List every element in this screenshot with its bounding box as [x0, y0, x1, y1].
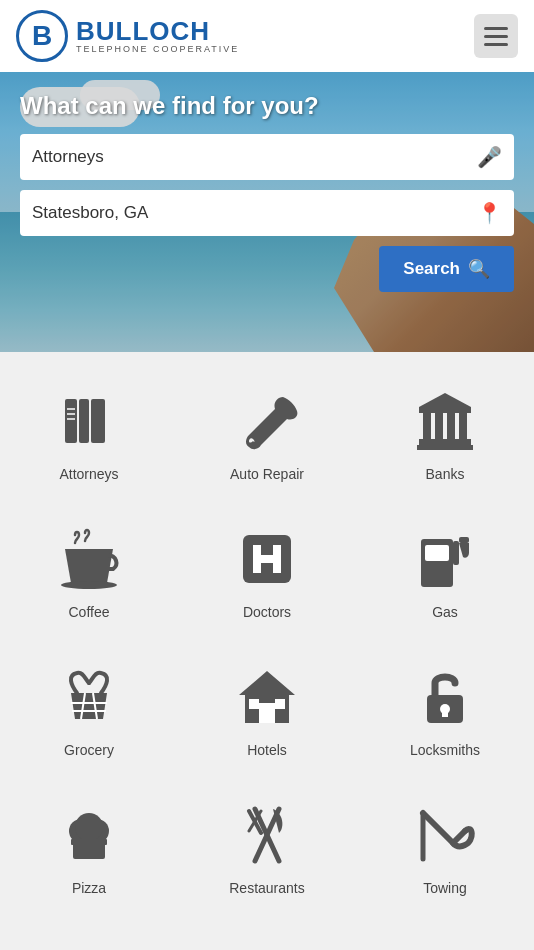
- menu-button[interactable]: [474, 14, 518, 58]
- svg-rect-0: [65, 399, 77, 443]
- svg-marker-6: [419, 393, 471, 407]
- logo-text: BULLOCH TELEPHONE COOPERATIVE: [76, 18, 239, 54]
- towing-icon: [413, 800, 477, 870]
- hero-section: What can we find for you? 🎤 📍 Search 🔍: [0, 72, 534, 352]
- svg-rect-20: [425, 545, 449, 561]
- pizza-icon: [57, 800, 121, 870]
- category-coffee[interactable]: Coffee: [0, 500, 178, 638]
- search-keyword-field[interactable]: 🎤: [20, 134, 514, 180]
- logo-name: BULLOCH: [76, 18, 239, 44]
- location-pin-icon[interactable]: 📍: [477, 201, 502, 225]
- auto-repair-label: Auto Repair: [230, 466, 304, 482]
- logo-letter: B: [32, 20, 52, 52]
- svg-rect-38: [71, 839, 107, 845]
- search-location-field[interactable]: 📍: [20, 190, 514, 236]
- categories-section: Attorneys Auto Repair: [0, 352, 534, 924]
- category-grocery[interactable]: Grocery: [0, 638, 178, 776]
- search-keyword-input[interactable]: [32, 147, 477, 167]
- svg-rect-18: [253, 555, 281, 563]
- grocery-label: Grocery: [64, 742, 114, 758]
- category-hotels[interactable]: Hotels: [178, 638, 356, 776]
- svg-rect-28: [259, 703, 275, 723]
- attorneys-icon: [57, 386, 121, 456]
- svg-point-14: [61, 581, 117, 589]
- svg-rect-29: [249, 699, 259, 709]
- svg-rect-13: [417, 445, 473, 450]
- category-pizza[interactable]: Pizza: [0, 776, 178, 914]
- restaurants-label: Restaurants: [229, 880, 304, 896]
- logo-subtitle: TELEPHONE COOPERATIVE: [76, 44, 239, 54]
- gas-label: Gas: [432, 604, 458, 620]
- hotels-icon: [235, 662, 299, 732]
- logo: B BULLOCH TELEPHONE COOPERATIVE: [16, 10, 239, 62]
- hero-title: What can we find for you?: [20, 92, 514, 120]
- coffee-label: Coffee: [69, 604, 110, 620]
- app-header: B BULLOCH TELEPHONE COOPERATIVE: [0, 0, 534, 72]
- svg-rect-2: [91, 399, 105, 443]
- locksmiths-icon: [413, 662, 477, 732]
- restaurants-icon: [235, 800, 299, 870]
- towing-label: Towing: [423, 880, 467, 896]
- category-restaurants[interactable]: Restaurants: [178, 776, 356, 914]
- banks-icon: [413, 386, 477, 456]
- auto-repair-icon: [235, 386, 299, 456]
- svg-rect-8: [423, 413, 431, 439]
- category-banks[interactable]: Banks: [356, 362, 534, 500]
- category-towing[interactable]: Towing: [356, 776, 534, 914]
- search-button[interactable]: Search 🔍: [379, 246, 514, 292]
- hotels-label: Hotels: [247, 742, 287, 758]
- svg-rect-21: [453, 541, 459, 565]
- svg-point-37: [75, 813, 103, 841]
- svg-rect-10: [447, 413, 455, 439]
- locksmiths-label: Locksmiths: [410, 742, 480, 758]
- grocery-icon: [57, 662, 121, 732]
- category-gas[interactable]: Gas: [356, 500, 534, 638]
- category-locksmiths[interactable]: Locksmiths: [356, 638, 534, 776]
- search-magnifier-icon: 🔍: [468, 258, 490, 280]
- coffee-icon: [57, 524, 121, 594]
- gas-icon: [413, 524, 477, 594]
- svg-rect-22: [459, 537, 469, 543]
- category-auto-repair[interactable]: Auto Repair: [178, 362, 356, 500]
- search-button-label: Search: [403, 259, 460, 279]
- svg-rect-1: [79, 399, 89, 443]
- banks-label: Banks: [426, 466, 465, 482]
- svg-rect-33: [442, 709, 448, 717]
- doctors-icon: [235, 524, 299, 594]
- pizza-label: Pizza: [72, 880, 106, 896]
- logo-circle: B: [16, 10, 68, 62]
- search-location-input[interactable]: [32, 203, 477, 223]
- doctors-label: Doctors: [243, 604, 291, 620]
- menu-line-1: [484, 27, 508, 30]
- svg-rect-12: [419, 439, 471, 445]
- svg-rect-30: [275, 699, 285, 709]
- svg-rect-9: [435, 413, 443, 439]
- microphone-icon[interactable]: 🎤: [477, 145, 502, 169]
- category-attorneys[interactable]: Attorneys: [0, 362, 178, 500]
- menu-line-3: [484, 43, 508, 46]
- menu-line-2: [484, 35, 508, 38]
- categories-grid: Attorneys Auto Repair: [0, 362, 534, 914]
- svg-rect-7: [419, 407, 471, 413]
- category-doctors[interactable]: Doctors: [178, 500, 356, 638]
- hero-content: What can we find for you? 🎤 📍 Search 🔍: [0, 72, 534, 308]
- attorneys-label: Attorneys: [59, 466, 118, 482]
- svg-rect-11: [459, 413, 467, 439]
